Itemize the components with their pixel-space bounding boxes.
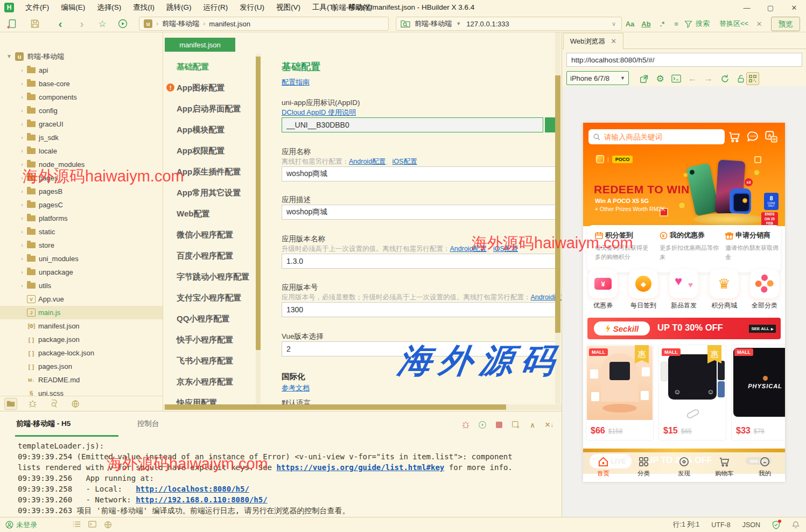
config-section-label[interactable]: App图标配置 <box>177 83 225 93</box>
config-section-item[interactable]: Web配置 <box>163 204 256 225</box>
nav-label[interactable]: 优惠券 <box>588 301 618 310</box>
config-section-label[interactable]: 微信小程序配置 <box>177 230 233 240</box>
appid-doc-link[interactable]: DCloud AppID 使用说明 <box>282 108 356 117</box>
search-button[interactable]: 搜索 <box>693 17 712 30</box>
chevron-collapsed-icon[interactable]: › <box>18 202 26 208</box>
breadcrumb-project[interactable]: 前端-移动端 <box>162 19 199 29</box>
menu-item[interactable]: 查找(I) <box>127 0 160 15</box>
stop-icon[interactable] <box>494 420 504 430</box>
form-scrollbar-thumb[interactable] <box>555 75 560 333</box>
config-section-label[interactable]: App模块配置 <box>177 125 225 135</box>
preview-button[interactable]: 预览 <box>771 17 800 31</box>
browser-tab[interactable]: Web浏览器 ✕ <box>563 33 623 49</box>
tree-root[interactable]: ▼ u 前端-移动端 <box>0 50 163 63</box>
replace-toggle-button[interactable]: 替换区<< <box>716 17 752 30</box>
tab-me[interactable]: 我的 <box>745 452 785 482</box>
collapse-panel-icon[interactable]: ∧ <box>528 420 537 430</box>
tree-folder-row[interactable]: › node_modules <box>0 158 163 171</box>
device-selector-value[interactable]: iPhone 6/7/8 <box>570 74 609 82</box>
version-code-input[interactable] <box>282 302 557 317</box>
tree-folder-row[interactable]: › pagesC <box>0 198 163 212</box>
chevron-collapsed-icon[interactable]: › <box>18 135 26 141</box>
config-section-label[interactable]: QQ小程序配置 <box>177 314 229 324</box>
globe-small-icon[interactable] <box>104 521 112 529</box>
close-button[interactable]: ✕ <box>782 0 806 15</box>
forward-button[interactable]: › <box>75 17 88 30</box>
tree-folder-row[interactable]: › components <box>0 90 163 104</box>
console-link[interactable]: https://vuejs.org/guide/list.html#key <box>276 463 444 472</box>
tree-folder-row[interactable]: › platforms <box>0 212 163 225</box>
config-section-label[interactable]: 百度小程序配置 <box>177 251 233 261</box>
chevron-collapsed-icon[interactable]: › <box>18 256 26 262</box>
tree-folder-row[interactable]: › locale <box>0 144 163 158</box>
app-desc-input[interactable] <box>282 205 557 220</box>
chevron-collapsed-icon[interactable]: › <box>18 215 26 221</box>
unlock-icon[interactable] <box>734 72 747 85</box>
config-section-item[interactable]: 飞书小程序配置 <box>163 351 256 372</box>
minimize-button[interactable]: — <box>735 0 759 15</box>
config-section-item[interactable]: App权限配置 <box>163 141 256 162</box>
seckill-banner[interactable]: Seckill UP T0 30% OFF SEE ALL <box>587 318 781 339</box>
config-guide-link[interactable]: 配置指南 <box>282 78 310 87</box>
chevron-collapsed-icon[interactable]: › <box>18 81 26 87</box>
folder-name[interactable]: uni_modules <box>39 255 79 263</box>
config-section-item[interactable]: 微信小程序配置 <box>163 225 256 246</box>
chevron-collapsed-icon[interactable]: › <box>18 283 26 289</box>
config-section-label[interactable]: 快手小程序配置 <box>177 335 233 345</box>
config-section-item[interactable]: App模块配置 <box>163 120 256 141</box>
file-name[interactable]: README.md <box>38 376 80 384</box>
chevron-collapsed-icon[interactable]: › <box>18 67 26 73</box>
terminal-icon[interactable] <box>670 72 683 85</box>
version-name-input[interactable] <box>282 254 557 269</box>
terminal-small-icon[interactable] <box>88 521 96 529</box>
file-name[interactable]: manifest.json <box>38 322 80 330</box>
back-button[interactable]: ‹ <box>54 17 67 30</box>
filter-icon[interactable] <box>682 17 695 30</box>
tree-folder-row[interactable]: › pagesB <box>0 185 163 198</box>
folder-name[interactable]: node_modules <box>39 160 85 169</box>
save-button[interactable] <box>29 17 41 30</box>
tab-discover[interactable]: 发现 <box>664 452 704 482</box>
chevron-collapsed-icon[interactable]: › <box>18 242 26 248</box>
i18n-doc-link[interactable]: 参考文档 <box>282 383 310 393</box>
config-section-item[interactable]: 快手小程序配置 <box>163 330 256 351</box>
tree-folder-row[interactable]: › store <box>0 239 163 252</box>
seckill-see-all-button[interactable]: SEE ALL <box>749 325 776 333</box>
chevron-expanded-icon[interactable]: ▼ <box>5 53 13 59</box>
tree-file-row[interactable]: package-lock.json <box>0 346 163 360</box>
file-name[interactable]: pages.json <box>38 362 72 370</box>
menu-item[interactable]: 跳转(G) <box>160 0 198 15</box>
folder-name[interactable]: config <box>39 107 58 115</box>
folder-name[interactable]: store <box>39 241 54 249</box>
debug-icon[interactable] <box>26 398 39 410</box>
config-section-label[interactable]: App权限配置 <box>177 146 225 156</box>
tree-folder-row[interactable]: › js_sdk <box>0 131 163 144</box>
tree-folder-row[interactable]: › pages <box>0 171 163 185</box>
tree-folder-row[interactable]: › utils <box>0 279 163 292</box>
tree-folder-row[interactable]: › api <box>0 64 163 77</box>
config-section-label[interactable]: Web配置 <box>177 209 209 219</box>
config-section-label[interactable]: App启动界面配置 <box>177 104 241 114</box>
menu-item[interactable]: 编辑(E) <box>55 0 91 15</box>
tree-folder-row[interactable]: › graceUI <box>0 117 163 131</box>
tree-folder-row[interactable]: › config <box>0 104 163 117</box>
chevron-collapsed-icon[interactable]: › <box>18 229 26 235</box>
config-section-label[interactable]: 京东小程序配置 <box>177 377 233 387</box>
config-section-item[interactable]: 字节跳动小程序配置 <box>163 267 256 288</box>
config-section-item[interactable]: ! App图标配置 <box>163 78 256 99</box>
gear-icon[interactable]: ⚙ <box>654 72 667 85</box>
console-link[interactable]: http://192.168.0.110:8080/h5/ <box>136 495 267 504</box>
chevron-collapsed-icon[interactable]: › <box>18 175 26 181</box>
folder-name[interactable]: graceUI <box>39 120 64 128</box>
login-status[interactable]: 未登录 <box>5 520 37 530</box>
config-section-item[interactable]: 支付宝小程序配置 <box>163 288 256 309</box>
chevron-collapsed-icon[interactable]: › <box>18 94 26 100</box>
config-section-item[interactable]: 基础配置 <box>163 57 256 78</box>
tree-file-row[interactable]: README.md <box>0 373 163 387</box>
console-tab-run[interactable]: 前端-移动端 - H5 <box>16 419 71 429</box>
tree-file-row[interactable]: main.js <box>0 306 163 319</box>
folder-name[interactable]: utils <box>39 282 51 290</box>
tree-folder-row[interactable]: › uni_modules <box>0 252 163 265</box>
run-button[interactable] <box>116 17 129 30</box>
chevron-collapsed-icon[interactable]: › <box>18 162 26 167</box>
